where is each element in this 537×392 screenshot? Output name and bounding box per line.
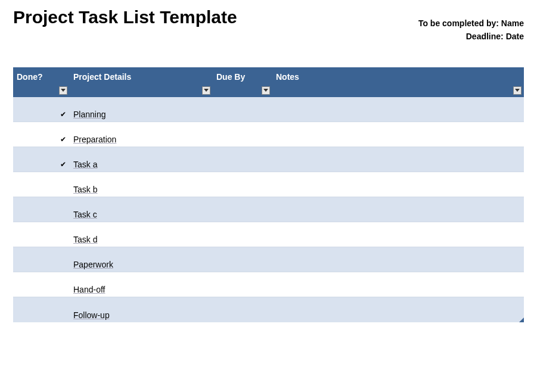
dropdown-icon — [515, 89, 520, 92]
cell-due[interactable] — [213, 247, 272, 272]
table-row: Task c — [13, 197, 524, 222]
cell-done[interactable]: ✔ — [13, 97, 70, 122]
table-row: Follow-up — [13, 297, 524, 322]
cell-done[interactable] — [13, 297, 70, 322]
cell-due[interactable] — [213, 97, 272, 122]
cell-done[interactable] — [13, 247, 70, 272]
dropdown-icon — [61, 89, 66, 92]
cell-details[interactable]: Preparation — [70, 122, 213, 147]
filter-button-notes[interactable] — [513, 86, 522, 95]
cell-notes[interactable] — [272, 122, 524, 147]
task-table: Done? Project Details Due By Notes ✔Plan… — [13, 67, 524, 322]
svg-marker-3 — [515, 89, 520, 92]
cell-notes[interactable] — [272, 97, 524, 122]
cell-done[interactable] — [13, 222, 70, 247]
filter-button-details[interactable] — [202, 86, 210, 95]
table-row: Hand-off — [13, 272, 524, 297]
table-row: ✔Planning — [13, 97, 524, 122]
cell-notes[interactable] — [272, 272, 524, 297]
cell-details[interactable]: Follow-up — [70, 297, 213, 322]
cell-details[interactable]: Task c — [70, 197, 213, 222]
table-row: ✔Task a — [13, 147, 524, 172]
cell-due[interactable] — [213, 122, 272, 147]
table-resize-handle-icon[interactable] — [519, 318, 524, 322]
cell-details[interactable]: Planning — [70, 97, 213, 122]
svg-marker-2 — [263, 89, 268, 92]
completed-by-value: Name — [501, 18, 524, 28]
table-row: Task b — [13, 172, 524, 197]
filter-button-done[interactable] — [59, 86, 67, 95]
col-header-notes: Notes — [276, 71, 299, 82]
page-title: Project Task List Template — [13, 6, 237, 27]
cell-due[interactable] — [213, 297, 272, 322]
cell-notes[interactable] — [272, 147, 524, 172]
completed-by-label: To be completed by: — [418, 18, 499, 28]
cell-details[interactable]: Task d — [70, 222, 213, 247]
cell-notes[interactable] — [272, 247, 524, 272]
cell-done[interactable] — [13, 197, 70, 222]
cell-done[interactable] — [13, 172, 70, 197]
cell-notes[interactable] — [272, 222, 524, 247]
cell-due[interactable] — [213, 272, 272, 297]
table-header-row: Done? Project Details Due By Notes — [13, 67, 524, 97]
cell-details[interactable]: Task a — [70, 147, 213, 172]
header-meta: To be completed by: Name Deadline: Date — [418, 6, 524, 43]
dropdown-icon — [204, 89, 209, 92]
deadline-label: Deadline: — [466, 32, 504, 41]
cell-done[interactable]: ✔ — [13, 147, 70, 172]
deadline-value: Date — [506, 32, 524, 41]
cell-due[interactable] — [213, 197, 272, 222]
table-row: ✔Preparation — [13, 122, 524, 147]
cell-notes[interactable] — [272, 197, 524, 222]
cell-notes[interactable] — [272, 297, 524, 322]
table-row: Task d — [13, 222, 524, 247]
cell-notes[interactable] — [272, 172, 524, 197]
svg-marker-1 — [204, 89, 209, 92]
table-row: Paperwork — [13, 247, 524, 272]
dropdown-icon — [263, 89, 268, 92]
cell-details[interactable]: Task b — [70, 172, 213, 197]
cell-done[interactable] — [13, 272, 70, 297]
cell-details[interactable]: Hand-off — [70, 272, 213, 297]
filter-button-due[interactable] — [262, 86, 270, 95]
col-header-done: Done? — [17, 71, 43, 82]
cell-due[interactable] — [213, 222, 272, 247]
col-header-details: Project Details — [73, 71, 131, 82]
cell-details[interactable]: Paperwork — [70, 247, 213, 272]
checkmark-icon: ✔ — [60, 135, 66, 144]
svg-marker-0 — [61, 89, 66, 92]
checkmark-icon: ✔ — [60, 110, 66, 119]
col-header-due: Due By — [216, 71, 245, 82]
cell-due[interactable] — [213, 172, 272, 197]
cell-done[interactable]: ✔ — [13, 122, 70, 147]
checkmark-icon: ✔ — [60, 160, 66, 169]
cell-due[interactable] — [213, 147, 272, 172]
